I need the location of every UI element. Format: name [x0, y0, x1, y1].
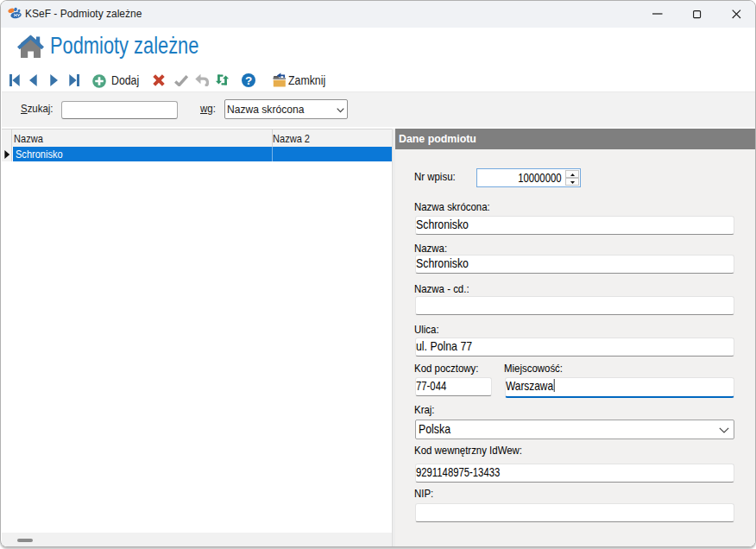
svg-text:?: ? [245, 73, 252, 86]
